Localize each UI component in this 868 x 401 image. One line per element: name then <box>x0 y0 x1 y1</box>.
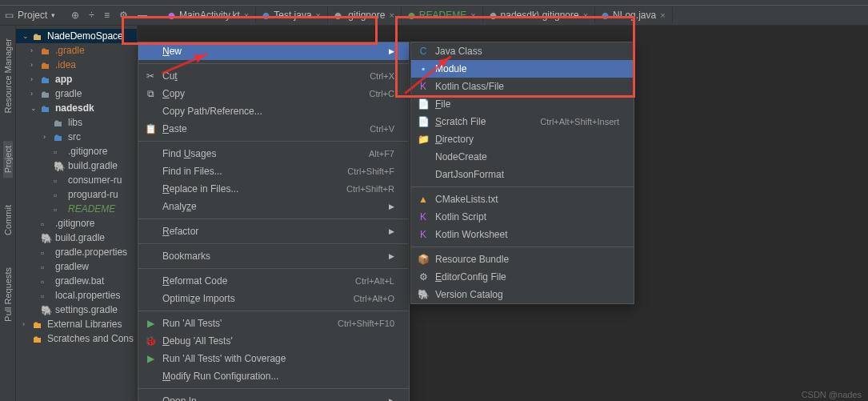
context-menu[interactable]: New▶✂CutCtrl+X⧉CopyCtrl+CCopy Path/Refer… <box>138 42 410 401</box>
expand-icon[interactable]: › <box>43 133 50 141</box>
editor-tab[interactable]: ⬤MainActivity.kt× <box>162 7 256 23</box>
tree-item[interactable]: ▫proguard-ru <box>16 187 137 202</box>
menu-item[interactable]: Analyze▶ <box>138 198 409 215</box>
grey-icon: 🖿 <box>54 118 65 127</box>
menu-item-label: Refactor <box>162 226 198 237</box>
tree-item[interactable]: ›🖿.gradle <box>16 43 137 58</box>
side-tool-tab[interactable]: Project <box>3 141 13 178</box>
menu-item[interactable]: ▲CMakeLists.txt <box>411 190 634 208</box>
menu-item[interactable]: 📦Resource Bundle <box>411 251 634 268</box>
tree-item[interactable]: ▫consumer-ru <box>16 173 137 187</box>
expand-icon[interactable]: › <box>30 46 38 54</box>
expand-icon[interactable]: ≡ <box>104 10 110 21</box>
tree-item[interactable]: ▫READEME <box>16 202 137 216</box>
tree-item[interactable]: ▫gradle.properties <box>16 245 137 259</box>
menu-item[interactable]: 📁Directory <box>411 130 634 148</box>
expand-icon[interactable]: › <box>30 61 38 69</box>
menu-item[interactable]: KKotlin Class/File <box>411 78 634 95</box>
menu-item[interactable]: KKotlin Worksheet <box>411 226 634 243</box>
tree-item[interactable]: ▫gradlew <box>16 259 137 274</box>
menu-item[interactable]: Refactor▶ <box>138 223 409 240</box>
menu-item[interactable]: Reformat CodeCtrl+Alt+L <box>138 272 409 290</box>
editor-tab[interactable]: ⬤nadesdk\.gitignore× <box>483 7 596 23</box>
close-icon[interactable]: × <box>583 10 588 20</box>
menu-item[interactable]: Replace in Files...Ctrl+Shift+R <box>138 180 409 198</box>
menu-item[interactable]: 🐞Debug 'All Tests' <box>138 332 409 350</box>
editor-tab[interactable]: ⬤.gitignore× <box>328 7 402 23</box>
target-icon[interactable]: ⊕ <box>71 10 79 21</box>
close-icon[interactable]: × <box>244 10 249 20</box>
new-submenu[interactable]: CJava Class▪ModuleKKotlin Class/File📄Fil… <box>410 42 634 304</box>
editor-tab[interactable]: ⬤Test.java× <box>256 7 328 23</box>
side-tool-tab[interactable]: Pull Requests <box>3 263 13 327</box>
menu-item[interactable]: Copy Path/Reference... <box>138 102 409 120</box>
tree-item[interactable]: ›🖿gradle <box>16 86 137 101</box>
menu-item[interactable]: Optimize ImportsCtrl+Alt+O <box>138 290 409 307</box>
tree-label: .gitignore <box>55 218 94 229</box>
menu-item[interactable]: CJava Class <box>411 42 634 60</box>
readme-icon: ▫ <box>54 204 65 214</box>
tree-item[interactable]: 🐘build.gradle <box>16 158 137 173</box>
project-tree[interactable]: ⌄🖿NadeDemoSpace›🖿.gradle›🖿.idea›🖿app›🖿gr… <box>16 26 138 401</box>
menu-item[interactable]: ▶Run 'All Tests'Ctrl+Shift+F10 <box>138 315 409 332</box>
menu-item-label: Modify Run Configuration... <box>162 371 278 382</box>
menu-item[interactable]: ⧉CopyCtrl+C <box>138 85 409 102</box>
expand-icon[interactable]: › <box>30 75 38 83</box>
menu-item[interactable]: Find in Files...Ctrl+Shift+F <box>138 162 409 180</box>
expand-icon[interactable]: ⌄ <box>22 32 30 40</box>
menu-item[interactable]: ▪Module <box>411 60 634 78</box>
menu-item[interactable]: 🐘Version Catalog <box>411 286 634 303</box>
menu-item[interactable]: New▶ <box>138 42 409 60</box>
menu-item[interactable]: Bookmarks▶ <box>138 247 409 265</box>
close-icon[interactable]: × <box>316 10 321 20</box>
side-tool-tab[interactable]: Resource Manager <box>3 34 13 118</box>
tree-item[interactable]: 🐘settings.gradle <box>16 303 137 317</box>
hide-icon[interactable]: — <box>138 10 147 21</box>
expand-icon[interactable]: › <box>30 90 38 98</box>
gear-icon[interactable]: ⚙ <box>119 10 128 21</box>
menu-item[interactable]: Modify Run Configuration... <box>138 367 409 385</box>
tree-item[interactable]: 🖿Scratches and Cons <box>16 331 137 346</box>
menu-item-label: Replace in Files... <box>162 183 238 194</box>
expand-icon[interactable]: › <box>22 320 30 328</box>
expand-icon[interactable]: ⌄ <box>30 104 38 112</box>
editor-tab[interactable]: ⬤NLog.java× <box>595 7 672 23</box>
menu-item[interactable]: 📄File <box>411 95 634 113</box>
tree-item[interactable]: ›🖿.idea <box>16 58 137 72</box>
tree-item[interactable]: ⌄🖿nadesdk <box>16 101 137 115</box>
tree-item[interactable]: 🐘build.gradle <box>16 231 137 245</box>
menu-separator <box>138 219 409 219</box>
side-tool-tab[interactable]: Commit <box>3 200 13 240</box>
tab-label: Test.java <box>274 10 311 21</box>
tree-item[interactable]: ▫local.properties <box>16 288 137 303</box>
tree-item[interactable]: ›🖿External Libraries <box>16 317 137 331</box>
menu-item[interactable]: Open In▶ <box>138 392 409 401</box>
menu-item[interactable]: 📄Scratch FileCtrl+Alt+Shift+Insert <box>411 113 634 130</box>
submenu-arrow-icon: ▶ <box>389 203 394 211</box>
close-icon[interactable]: × <box>389 10 394 20</box>
tree-item[interactable]: ⌄🖿NadeDemoSpace <box>16 29 137 43</box>
close-icon[interactable]: × <box>470 10 475 20</box>
menu-item[interactable]: Find UsagesAlt+F7 <box>138 145 409 162</box>
tree-item[interactable]: ›🖿src <box>16 130 137 144</box>
editor-tab[interactable]: ⬤READEME× <box>402 7 483 23</box>
menu-item[interactable]: ✂CutCtrl+X <box>138 67 409 85</box>
tree-item[interactable]: 🖿libs <box>16 115 137 130</box>
menu-item[interactable]: ▶Run 'All Tests' with Coverage <box>138 350 409 367</box>
menu-item[interactable]: DartJsonFormat <box>411 166 634 183</box>
menu-item-icon: ✂ <box>145 70 156 82</box>
tree-item[interactable]: ▫gradlew.bat <box>16 274 137 288</box>
tree-label: build.gradle <box>68 160 118 171</box>
tree-item[interactable]: ▫.gitignore <box>16 216 137 231</box>
tree-label: app <box>55 74 72 85</box>
menu-item[interactable]: 📋PasteCtrl+V <box>138 120 409 138</box>
tree-item[interactable]: ▫.gitignore <box>16 144 137 158</box>
gradlef-icon: 🐘 <box>41 305 52 315</box>
menu-item[interactable]: ⚙EditorConfig File <box>411 268 634 286</box>
menu-item[interactable]: NodeCreate <box>411 148 634 166</box>
collapse-icon[interactable]: ÷ <box>89 10 94 21</box>
menu-item[interactable]: KKotlin Script <box>411 208 634 226</box>
close-icon[interactable]: × <box>660 10 665 20</box>
project-dropdown[interactable]: ▭ Project ▾ <box>0 10 63 21</box>
tree-item[interactable]: ›🖿app <box>16 72 137 86</box>
